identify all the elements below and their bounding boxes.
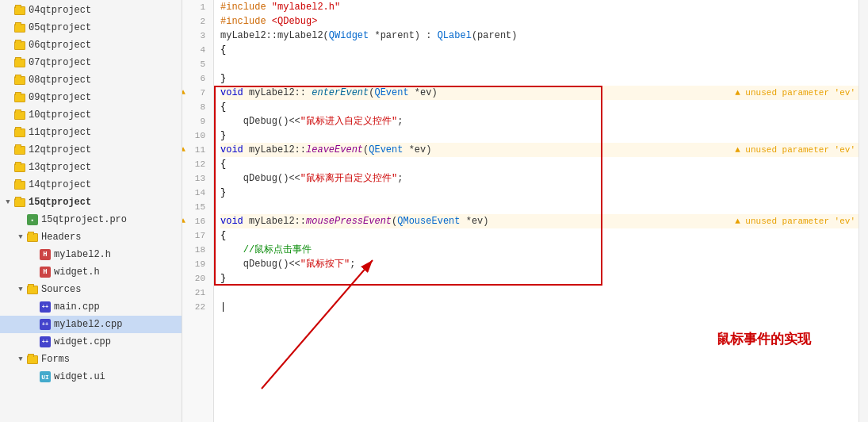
- sidebar-item-05qtproject[interactable]: 05qtproject: [0, 19, 182, 36]
- chevron-icon: [29, 267, 38, 277]
- chevron-icon: [29, 372, 38, 382]
- pro-icon: ▪: [26, 213, 39, 226]
- line-number-18: 18: [182, 243, 208, 257]
- cpp-icon: ++: [39, 336, 52, 348]
- sidebar-item-10qtproject[interactable]: 10qtproject: [0, 106, 182, 124]
- line-number-16: ▲16: [182, 214, 208, 228]
- code-line-1: #include "mylabel2.h": [220, 0, 858, 14]
- sidebar-item-label: 11qtproject: [29, 127, 91, 138]
- sidebar-item-label: Forms: [41, 354, 70, 365]
- warning-icon: ▲: [182, 214, 185, 228]
- chevron-icon: [3, 180, 13, 190]
- chevron-icon: ▼: [16, 285, 25, 294]
- code-line-17: {: [220, 228, 858, 243]
- code-line-16: void myLabel2::mousePressEvent(QMouseEve…: [220, 214, 858, 228]
- warning-message: ▲ unused parameter 'ev': [732, 143, 858, 157]
- folder-icon: [13, 21, 26, 34]
- line-number-11: ▲11: [182, 143, 208, 157]
- code-line-6: }: [220, 71, 858, 86]
- chevron-icon: ▼: [3, 198, 13, 207]
- line-number-22: 22: [182, 300, 208, 314]
- chinese-annotation-label: 鼠标事件的实现: [717, 330, 811, 343]
- sidebar-item-label: widget.cpp: [54, 336, 111, 347]
- line-numbers: 123456▲78910▲1112131415▲16171819202122: [182, 0, 214, 422]
- line-number-3: 3: [182, 29, 208, 43]
- include-text: #include: [220, 2, 266, 13]
- sidebar-item-label: 15qtproject.pro: [41, 214, 127, 225]
- chevron-icon: [3, 128, 13, 137]
- chevron-icon: ▼: [16, 355, 25, 364]
- chevron-icon: [3, 58, 13, 67]
- sidebar-item-06qtproject[interactable]: 06qtproject: [0, 36, 182, 54]
- sidebar-item-widget.cpp[interactable]: ++widget.cpp: [0, 333, 182, 351]
- ui-icon: UI: [39, 370, 52, 383]
- right-gutter: [858, 0, 868, 422]
- code-editor: 123456▲78910▲1112131415▲16171819202122 鼠…: [182, 0, 868, 422]
- line-number-19: 19: [182, 257, 208, 271]
- sidebar-item-04qtproject[interactable]: 04qtproject: [0, 2, 182, 19]
- sidebar-item-Forms[interactable]: ▼Forms: [0, 351, 182, 368]
- code-line-3: myLabel2::myLabel2(QWidget *parent) : QL…: [220, 29, 858, 43]
- sidebar-item-15qtproject.pro[interactable]: ▪15qtproject.pro: [0, 211, 182, 228]
- code-line-5: [220, 57, 858, 71]
- cpp-icon: ++: [39, 318, 52, 331]
- code-content[interactable]: 鼠标事件的实现 #include "mylabel2.h"#include <Q…: [214, 0, 858, 422]
- line-number-7: ▲7: [182, 86, 208, 100]
- code-line-22: |: [220, 300, 858, 314]
- sidebar-item-15qtproject[interactable]: ▼15qtproject: [0, 194, 182, 211]
- sidebar-item-widget.ui[interactable]: UIwidget.ui: [0, 368, 182, 386]
- sidebar-item-11qtproject[interactable]: 11qtproject: [0, 124, 182, 141]
- line-number-8: 8: [182, 100, 208, 114]
- sidebar-item-label: 10qtproject: [29, 109, 91, 121]
- folder-icon: [13, 126, 26, 139]
- cpp-icon: ++: [39, 301, 52, 313]
- line-number-13: 13: [182, 171, 208, 186]
- sidebar-item-mylabel2.cpp[interactable]: ++mylabel2.cpp: [0, 316, 182, 333]
- sidebar-item-Sources[interactable]: ▼Sources: [0, 281, 182, 298]
- code-line-9: qDebug()<<"鼠标进入自定义控件";: [220, 114, 858, 129]
- sidebar-item-12qtproject[interactable]: 12qtproject: [0, 141, 182, 159]
- sidebar-item-14qtproject[interactable]: 14qtproject: [0, 176, 182, 194]
- h-icon: H: [39, 266, 52, 278]
- sidebar-item-label: 13qtproject: [29, 162, 91, 173]
- folder-icon: [13, 56, 26, 69]
- sidebar-item-label: Sources: [41, 284, 81, 295]
- sidebar-item-mylabel2.h[interactable]: Hmylabel2.h: [0, 246, 182, 263]
- h-icon: H: [39, 248, 52, 261]
- sidebar-item-08qtproject[interactable]: 08qtproject: [0, 71, 182, 89]
- sidebar-item-label: 15qtproject: [29, 197, 91, 208]
- line-number-6: 6: [182, 71, 208, 86]
- chevron-icon: [29, 337, 38, 347]
- sidebar-item-Headers[interactable]: ▼Headers: [0, 228, 182, 246]
- code-line-19: qDebug()<<"鼠标按下";: [220, 257, 858, 271]
- file-tree[interactable]: 04qtproject05qtproject06qtproject07qtpro…: [0, 0, 182, 422]
- folder-icon: [13, 109, 26, 121]
- chevron-icon: [3, 93, 13, 102]
- sidebar-item-widget.h[interactable]: Hwidget.h: [0, 263, 182, 281]
- folder-icon: [13, 161, 26, 174]
- warning-icon: ▲: [182, 143, 185, 157]
- line-number-15: 15: [182, 200, 208, 214]
- code-line-15: [220, 200, 858, 214]
- sidebar-item-label: widget.ui: [54, 371, 105, 382]
- code-line-20: }: [220, 271, 858, 286]
- sidebar-item-label: 08qtproject: [29, 75, 91, 86]
- folder-icon: [26, 283, 39, 296]
- sidebar-item-07qtproject[interactable]: 07qtproject: [0, 54, 182, 71]
- code-line-13: qDebug()<<"鼠标离开自定义控件";: [220, 171, 858, 186]
- sidebar-item-label: 12qtproject: [29, 144, 91, 155]
- chevron-icon: [16, 215, 25, 224]
- folder-icon: [13, 144, 26, 156]
- folder-icon: [13, 196, 26, 209]
- code-lines: #include "mylabel2.h"#include <QDebug>my…: [220, 0, 858, 314]
- sidebar-item-main.cpp[interactable]: ++main.cpp: [0, 298, 182, 316]
- chevron-icon: ▼: [16, 232, 25, 242]
- sidebar-item-label: 05qtproject: [29, 22, 91, 33]
- chevron-icon: [3, 75, 13, 85]
- line-number-12: 12: [182, 157, 208, 171]
- sidebar-item-13qtproject[interactable]: 13qtproject: [0, 159, 182, 176]
- folder-icon: [26, 231, 39, 244]
- sidebar-item-09qtproject[interactable]: 09qtproject: [0, 89, 182, 106]
- code-line-21: [220, 286, 858, 300]
- sidebar-item-label: 07qtproject: [29, 57, 91, 68]
